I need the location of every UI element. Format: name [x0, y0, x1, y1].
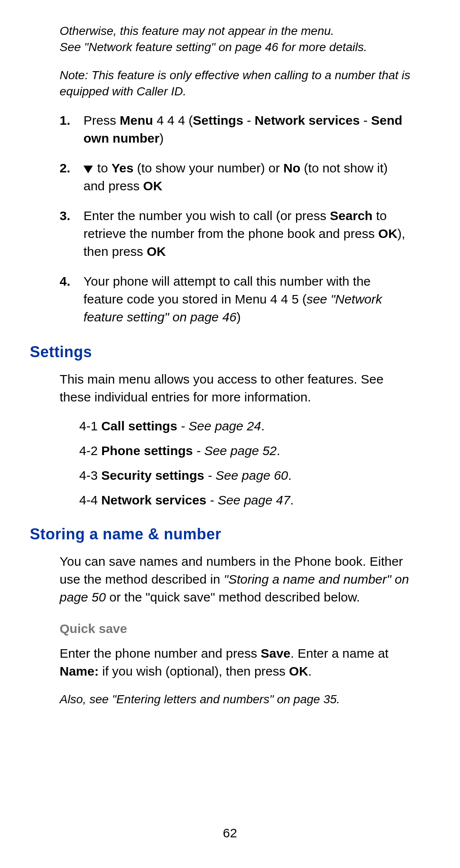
item-title: Phone settings [101, 444, 193, 458]
step-number: 1. [60, 112, 83, 147]
ok-key: OK [147, 244, 166, 258]
cross-ref: - See page 52 [193, 444, 277, 458]
cross-ref: - See page 47 [207, 493, 290, 507]
save-key: Save [261, 646, 290, 660]
item-number: 4-1 [79, 419, 101, 433]
settings-item-1: 4-1 Call settings - See page 24. [79, 417, 412, 435]
option-yes: Yes [112, 161, 134, 175]
option-no: No [283, 161, 300, 175]
text: Enter the number you wish to call (or pr… [83, 209, 330, 223]
dot: . [288, 468, 291, 482]
step-2: 2. to Yes (to show your number) or No (t… [60, 159, 412, 195]
cross-ref: - See page 60 [204, 468, 288, 482]
text: (to show your number) or [133, 161, 283, 175]
settings-sublist: 4-1 Call settings - See page 24. 4-2 Pho… [79, 417, 412, 509]
item-title: Network services [101, 493, 207, 507]
settings-item-3: 4-3 Security settings - See page 60. [79, 467, 412, 484]
text: - [360, 113, 371, 127]
heading-quick-save: Quick save [60, 622, 412, 636]
text: 4 4 4 ( [153, 113, 193, 127]
storing-intro: You can save names and numbers in the Ph… [60, 553, 412, 606]
step-1: 1. Press Menu 4 4 4 (Settings - Network … [60, 112, 412, 147]
heading-settings: Settings [30, 343, 412, 361]
step-body: to Yes (to show your number) or No (to n… [83, 159, 412, 195]
cross-ref: - See page 24 [177, 419, 261, 433]
ok-key: OK [378, 226, 397, 241]
step-4: 4. Your phone will attempt to call this … [60, 272, 412, 326]
text: or the "quick save" method described bel… [106, 590, 360, 604]
text: - [243, 113, 255, 127]
quick-save-body: Enter the phone number and press Save. E… [60, 645, 412, 680]
intro-note: Note: This feature is only effective whe… [60, 67, 412, 100]
text: to [94, 161, 112, 175]
dot: . [290, 493, 293, 507]
page-number: 62 [0, 826, 460, 840]
also-see: Also, see "Entering letters and numbers"… [60, 691, 412, 708]
step-body: Your phone will attempt to call this num… [83, 272, 412, 326]
settings-item-4: 4-4 Network services - See page 47. [79, 491, 412, 509]
dot: . [277, 444, 280, 458]
heading-storing: Storing a name & number [30, 525, 412, 543]
down-arrow-icon [83, 166, 93, 173]
step-body: Enter the number you wish to call (or pr… [83, 207, 412, 261]
text: if you wish (optional), then press [99, 664, 289, 678]
name-prompt: Name: [60, 664, 99, 678]
step-body: Press Menu 4 4 4 (Settings - Network ser… [83, 112, 412, 147]
numbered-steps: 1. Press Menu 4 4 4 (Settings - Network … [60, 112, 412, 326]
step-number: 2. [60, 159, 83, 195]
step-number: 4. [60, 272, 83, 326]
settings-item-2: 4-2 Phone settings - See page 52. [79, 442, 412, 460]
manual-page: Otherwise, this feature may not appear i… [60, 23, 412, 708]
search-key: Search [330, 209, 373, 223]
item-number: 4-2 [79, 444, 101, 458]
intro-otherwise: Otherwise, this feature may not appear i… [60, 23, 412, 55]
text: ) [236, 310, 241, 324]
step-3: 3. Enter the number you wish to call (or… [60, 207, 412, 261]
menu-path-network: Network services [255, 113, 360, 127]
dot: . [261, 419, 264, 433]
text: ) [159, 131, 164, 145]
item-title: Call settings [101, 419, 177, 433]
text: Enter the phone number and press [60, 646, 261, 660]
intro-line1: Otherwise, this feature may not appear i… [60, 24, 334, 37]
menu-path-settings: Settings [193, 113, 243, 127]
item-number: 4-4 [79, 493, 101, 507]
menu-key: Menu [120, 113, 153, 127]
intro-line2: See "Network feature setting" on page 46… [60, 40, 367, 54]
ok-key: OK [289, 664, 308, 678]
ok-key: OK [143, 179, 162, 193]
item-title: Security settings [101, 468, 204, 482]
item-number: 4-3 [79, 468, 101, 482]
settings-intro: This main menu allows you access to othe… [60, 370, 412, 406]
text: . Enter a name at [290, 646, 388, 660]
text: . [308, 664, 312, 678]
step-number: 3. [60, 207, 83, 261]
text: Press [83, 113, 120, 127]
